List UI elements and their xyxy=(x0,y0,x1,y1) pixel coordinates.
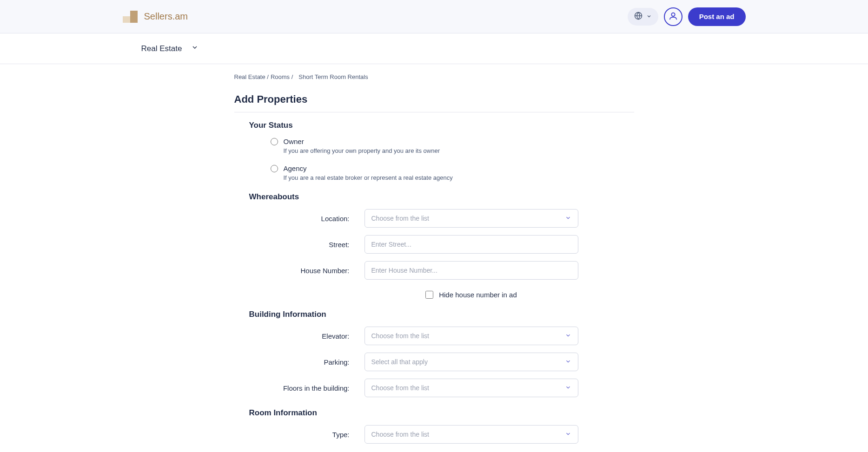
floors-label: Floors in the building: xyxy=(234,384,364,392)
svg-point-2 xyxy=(671,13,675,16)
house-number-input[interactable] xyxy=(364,261,578,280)
top-header: Sellers.am xyxy=(0,0,868,33)
parking-select[interactable]: Select all that apply xyxy=(364,353,578,371)
breadcrumb-current: Short Term Room Rentals xyxy=(298,73,368,80)
user-icon xyxy=(668,11,678,23)
chevron-down-icon xyxy=(565,332,571,340)
chevron-down-icon xyxy=(646,13,652,21)
agency-radio[interactable] xyxy=(271,165,278,172)
hide-house-checkbox[interactable] xyxy=(425,291,433,299)
agency-description: If you are a real estate broker or repre… xyxy=(271,174,634,181)
house-number-label: House Number: xyxy=(234,267,364,275)
category-dropdown[interactable]: Real Estate xyxy=(141,44,727,53)
elevator-label: Elevator: xyxy=(234,332,364,340)
page-title: Add Properties xyxy=(234,93,634,112)
brand-name: Sellers.am xyxy=(144,11,188,22)
building-section: Building Information Elevator: Choose fr… xyxy=(234,310,634,397)
whereabouts-section: Whereabouts Location: Choose from the li… xyxy=(234,192,634,299)
section-title: Building Information xyxy=(234,310,634,319)
status-section: Your Status Owner If you are offering yo… xyxy=(234,121,634,181)
radio-option-agency: Agency If you are a real estate broker o… xyxy=(271,164,634,181)
post-ad-button[interactable]: Post an ad xyxy=(688,7,746,26)
type-select[interactable]: Choose from the list xyxy=(364,425,578,444)
chevron-down-icon xyxy=(565,215,571,223)
main-content: Real Estate / Rooms / Short Term Room Re… xyxy=(234,64,634,452)
owner-label[interactable]: Owner xyxy=(284,138,304,145)
breadcrumb-item[interactable]: Real Estate / xyxy=(234,73,269,80)
room-section: Room Information Type: Choose from the l… xyxy=(234,408,634,444)
chevron-down-icon xyxy=(565,358,571,366)
floors-select[interactable]: Choose from the list xyxy=(364,379,578,397)
chevron-down-icon xyxy=(565,431,571,439)
breadcrumb-item[interactable]: Rooms / xyxy=(271,73,293,80)
location-label: Location: xyxy=(234,215,364,223)
breadcrumb: Real Estate / Rooms / Short Term Room Re… xyxy=(234,73,634,80)
agency-label[interactable]: Agency xyxy=(284,164,307,172)
hide-house-label[interactable]: Hide house number in ad xyxy=(439,291,517,299)
globe-icon xyxy=(634,12,643,22)
street-input[interactable] xyxy=(364,235,578,254)
section-title: Whereabouts xyxy=(234,192,634,202)
radio-option-owner: Owner If you are offering your own prope… xyxy=(271,138,634,154)
parking-label: Parking: xyxy=(234,358,364,366)
type-label: Type: xyxy=(234,431,364,439)
elevator-select[interactable]: Choose from the list xyxy=(364,327,578,345)
section-title: Your Status xyxy=(234,121,634,130)
owner-radio[interactable] xyxy=(271,138,278,145)
chevron-down-icon xyxy=(191,44,199,53)
sub-header: Real Estate xyxy=(0,33,868,64)
section-title: Room Information xyxy=(234,408,634,418)
logo[interactable]: Sellers.am xyxy=(123,11,188,23)
logo-icon xyxy=(123,11,139,23)
user-account-button[interactable] xyxy=(664,7,682,26)
language-selector[interactable] xyxy=(628,8,658,26)
owner-description: If you are offering your own property an… xyxy=(271,147,634,154)
category-label: Real Estate xyxy=(141,44,182,53)
location-select[interactable]: Choose from the list xyxy=(364,209,578,228)
chevron-down-icon xyxy=(565,384,571,392)
street-label: Street: xyxy=(234,241,364,249)
